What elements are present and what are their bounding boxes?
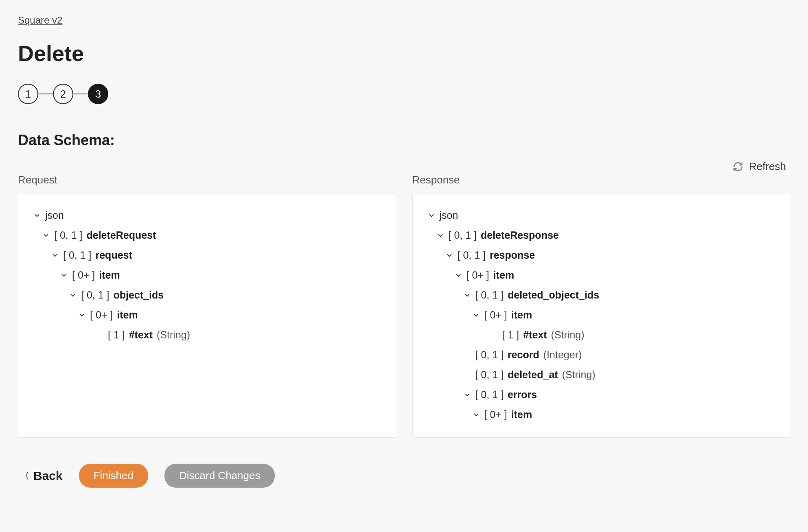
step-connector — [38, 94, 53, 94]
step-1[interactable]: 1 — [18, 84, 38, 104]
node-name: json — [45, 209, 64, 221]
node-name: #text — [523, 329, 547, 341]
cardinality-label: [ 0+ ] — [484, 409, 507, 421]
cardinality-label: [ 0+ ] — [484, 309, 507, 321]
cardinality-label: [ 0, 1 ] — [81, 289, 109, 301]
node-type: (String) — [562, 369, 596, 381]
node-name: item — [511, 309, 532, 321]
chevron-left-icon: 〈 — [20, 470, 29, 482]
section-title: Data Schema: — [18, 132, 790, 149]
cardinality-label: [ 0+ ] — [72, 269, 95, 281]
chevron-down-icon[interactable] — [427, 212, 436, 219]
response-column-label: Response — [412, 174, 790, 186]
cardinality-label: [ 0, 1 ] — [475, 389, 504, 401]
chevron-down-icon[interactable] — [78, 312, 86, 319]
node-name: #text — [129, 329, 153, 341]
chevron-down-icon[interactable] — [69, 292, 77, 299]
request-tree-row[interactable]: [ 0, 1 ] request — [33, 245, 381, 265]
stepper: 123 — [18, 84, 790, 104]
chevron-down-icon[interactable] — [445, 252, 453, 259]
step-connector — [73, 94, 88, 94]
request-tree-row[interactable]: [ 0+ ] item — [33, 265, 381, 285]
response-tree-row[interactable]: [ 0, 1 ] errors — [427, 385, 775, 405]
response-tree-row[interactable]: [ 0+ ] item — [427, 265, 775, 285]
cardinality-label: [ 0, 1 ] — [54, 229, 82, 241]
breadcrumb-link[interactable]: Square v2 — [18, 15, 62, 26]
back-label: Back — [33, 469, 63, 483]
refresh-icon[interactable] — [733, 161, 743, 172]
finished-button[interactable]: Finished — [79, 464, 148, 488]
cardinality-label: [ 0+ ] — [466, 269, 489, 281]
node-type: (Integer) — [543, 349, 582, 361]
response-tree-row[interactable]: [ 1 ] #text (String) — [427, 325, 775, 345]
chevron-down-icon[interactable] — [463, 391, 471, 399]
node-name: deleted_at — [508, 369, 558, 381]
page-title: Delete — [18, 41, 790, 66]
step-2[interactable]: 2 — [53, 84, 73, 104]
cardinality-label: [ 0, 1 ] — [458, 249, 486, 261]
cardinality-label: [ 0+ ] — [90, 309, 113, 321]
request-tree-row[interactable]: [ 0, 1 ] deleteRequest — [33, 225, 381, 245]
step-3[interactable]: 3 — [88, 84, 108, 104]
chevron-down-icon[interactable] — [42, 232, 50, 239]
cardinality-label: [ 1 ] — [108, 329, 125, 341]
cardinality-label: [ 1 ] — [502, 329, 519, 341]
response-tree-row[interactable]: [ 0, 1 ] record (Integer) — [427, 345, 775, 365]
response-tree-row[interactable]: [ 0, 1 ] deleteResponse — [427, 225, 775, 245]
request-tree-row[interactable]: [ 0+ ] item — [33, 305, 381, 325]
request-tree-row[interactable]: [ 1 ] #text (String) — [33, 325, 381, 345]
request-column-label: Request — [18, 174, 396, 186]
discard-changes-button[interactable]: Discard Changes — [164, 464, 275, 488]
cardinality-label: [ 0, 1 ] — [63, 249, 91, 261]
node-name: item — [117, 309, 138, 321]
chevron-down-icon[interactable] — [463, 292, 471, 299]
cardinality-label: [ 0, 1 ] — [449, 229, 477, 241]
node-name: errors — [508, 389, 537, 401]
node-name: response — [490, 249, 535, 261]
request-panel: json[ 0, 1 ] deleteRequest[ 0, 1 ] reque… — [18, 194, 396, 438]
node-name: request — [95, 249, 132, 261]
node-name: item — [99, 269, 120, 281]
response-tree-row[interactable]: [ 0+ ] item — [427, 405, 775, 425]
chevron-down-icon[interactable] — [60, 272, 68, 279]
refresh-button[interactable]: Refresh — [749, 160, 786, 173]
response-panel: json[ 0, 1 ] deleteResponse[ 0, 1 ] resp… — [412, 194, 790, 438]
request-tree-row[interactable]: json — [33, 205, 381, 225]
chevron-down-icon[interactable] — [436, 232, 445, 239]
node-name: item — [511, 409, 532, 421]
node-name: deleteResponse — [481, 229, 559, 241]
chevron-down-icon[interactable] — [472, 411, 480, 419]
back-button[interactable]: 〈 Back — [20, 469, 63, 483]
chevron-down-icon[interactable] — [472, 312, 480, 319]
response-tree-row[interactable]: [ 0, 1 ] response — [427, 245, 775, 265]
response-tree-row[interactable]: [ 0, 1 ] deleted_at (String) — [427, 365, 775, 385]
node-name: deleted_object_ids — [508, 289, 599, 301]
node-name: object_ids — [113, 289, 164, 301]
node-type: (String) — [157, 329, 190, 341]
chevron-down-icon[interactable] — [454, 272, 462, 279]
response-tree-row[interactable]: json — [427, 205, 775, 225]
chevron-down-icon[interactable] — [33, 212, 41, 219]
response-tree-row[interactable]: [ 0+ ] item — [427, 305, 775, 325]
node-name: item — [493, 269, 514, 281]
node-type: (String) — [551, 329, 585, 341]
cardinality-label: [ 0, 1 ] — [475, 369, 504, 381]
node-name: record — [508, 349, 539, 361]
node-name: json — [440, 209, 458, 221]
node-name: deleteRequest — [86, 229, 156, 241]
response-tree-row[interactable]: [ 0, 1 ] deleted_object_ids — [427, 285, 775, 305]
cardinality-label: [ 0, 1 ] — [475, 289, 504, 301]
cardinality-label: [ 0, 1 ] — [475, 349, 504, 361]
chevron-down-icon[interactable] — [51, 252, 59, 259]
request-tree-row[interactable]: [ 0, 1 ] object_ids — [33, 285, 381, 305]
